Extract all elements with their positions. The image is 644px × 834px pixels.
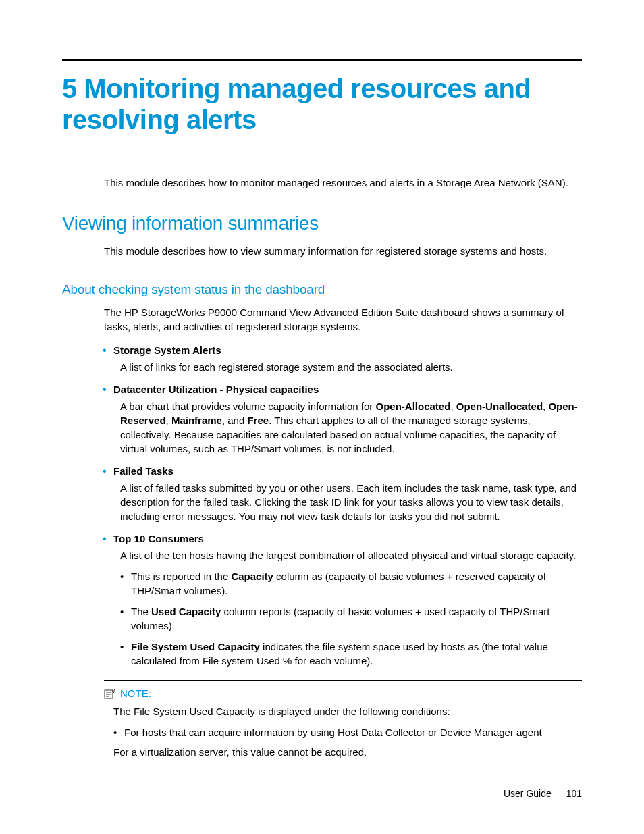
item-title: Failed Tasks (113, 464, 582, 478)
list-item: Storage System Alerts A list of links fo… (113, 343, 582, 374)
dashboard-items-list: Storage System Alerts A list of links fo… (113, 343, 582, 668)
item-body: A list of the ten hosts having the large… (120, 548, 582, 563)
item-title: Storage System Alerts (113, 343, 582, 357)
note-list-item: For hosts that can acquire information b… (124, 725, 582, 739)
item-body: A list of failed tasks submitted by you … (120, 481, 582, 523)
page-footer: User Guide 101 (504, 788, 582, 799)
item-title: Datacenter Utilization - Physical capaci… (113, 382, 582, 396)
nested-list: This is reported in the Capacity column … (131, 569, 582, 668)
top-rule (62, 59, 582, 61)
nested-item: This is reported in the Capacity column … (131, 569, 582, 598)
item-body: A bar chart that provides volume capacit… (120, 399, 582, 456)
nested-item: File System Used Capacity indicates the … (131, 640, 582, 668)
note-rule-bottom (104, 762, 582, 762)
page-content: 5 Monitoring managed resources and resol… (0, 0, 644, 803)
list-item: Failed Tasks A list of failed tasks subm… (113, 464, 582, 523)
item-body: A list of links for each registered stor… (120, 360, 582, 374)
note-text: The File System Used Capacity is display… (113, 704, 582, 719)
list-item: Datacenter Utilization - Physical capaci… (113, 382, 582, 456)
list-item: Top 10 Consumers A list of the ten hosts… (113, 531, 582, 668)
item-title: Top 10 Consumers (113, 531, 582, 546)
chapter-intro: This module describes how to monitor man… (104, 176, 582, 190)
nested-item: The Used Capacity column reports (capaci… (131, 604, 582, 633)
chapter-title: 5 Monitoring managed resources and resol… (62, 73, 582, 135)
note-rule-top (104, 680, 582, 681)
note-list: For hosts that can acquire information b… (124, 725, 582, 739)
subsection-intro: The HP StorageWorks P9000 Command View A… (104, 305, 582, 334)
footer-label: User Guide (504, 788, 552, 799)
subsection-heading-dashboard: About checking system status in the dash… (62, 282, 582, 297)
note-icon (104, 688, 116, 699)
section-heading-viewing-summaries: Viewing information summaries (62, 213, 582, 234)
note-header: NOTE: (104, 687, 582, 699)
section-text: This module describes how to view summar… (104, 244, 582, 258)
note-label: NOTE: (120, 687, 151, 699)
page-number: 101 (566, 788, 582, 799)
note-closing: For a virtualization server, this value … (113, 746, 582, 758)
